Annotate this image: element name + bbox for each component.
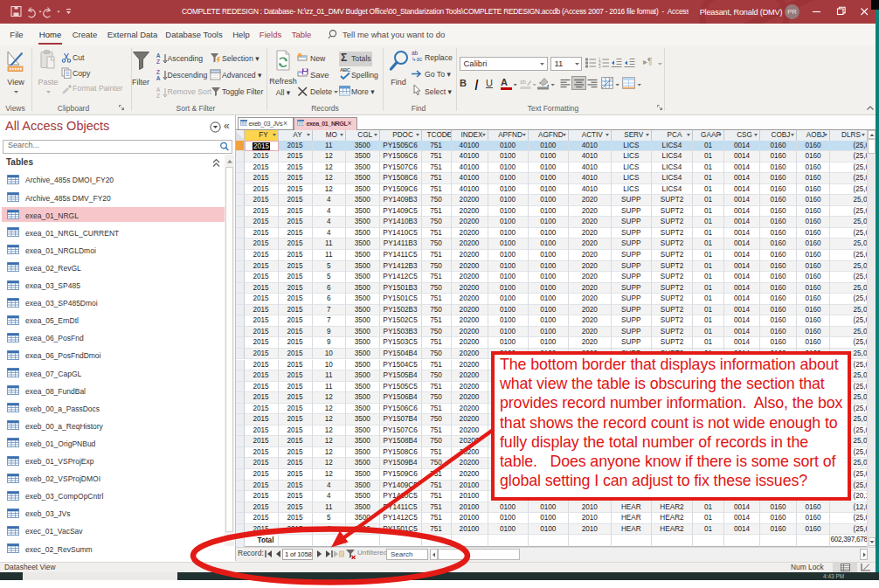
svg-text:3: 3	[599, 65, 601, 69]
svg-text:ab: ab	[520, 79, 527, 85]
